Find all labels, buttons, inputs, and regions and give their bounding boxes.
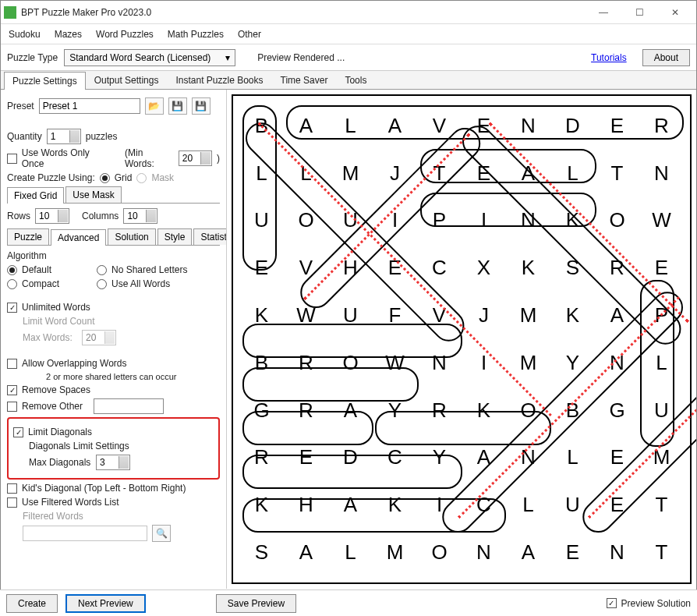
create-button[interactable]: Create	[6, 594, 58, 613]
min-words-spinner[interactable]: 20	[179, 150, 212, 166]
grid-cell: M	[506, 292, 550, 339]
open-preset-button[interactable]: 📂	[145, 97, 164, 115]
no-shared-label: No Shared Letters	[111, 264, 187, 275]
limit-diagonals-label: Limit Diagonals	[28, 427, 92, 437]
save-preview-label: Save Preview	[228, 598, 285, 609]
word-ring	[242, 455, 462, 489]
limit-diagonals-checkbox[interactable]	[13, 427, 23, 437]
tab-output-settings[interactable]: Output Settings	[86, 71, 168, 89]
preview-solution-checkbox[interactable]	[607, 598, 617, 608]
tab-tools[interactable]: Tools	[336, 71, 375, 89]
word-ring	[242, 411, 373, 445]
default-radio[interactable]	[7, 265, 17, 275]
grid-cell: N	[639, 150, 684, 197]
use-all-label: Use All Words	[111, 278, 170, 289]
save-as-preset-button[interactable]: 💾	[192, 97, 211, 115]
remove-other-checkbox[interactable]	[7, 402, 17, 412]
app-icon	[4, 6, 16, 19]
grid-cell: N	[462, 529, 506, 576]
quantity-spinner[interactable]: 1	[47, 129, 81, 144]
preview-solution-label: Preview Solution	[621, 598, 691, 609]
rows-spinner[interactable]: 10	[35, 208, 69, 224]
puzzle-type-value: Standard Word Search (Licensed)	[69, 52, 211, 63]
remove-spaces-label: Remove Spaces	[22, 384, 90, 395]
allow-overlap-checkbox[interactable]	[7, 359, 17, 369]
compact-radio[interactable]	[7, 279, 17, 289]
chevron-down-icon: ▾	[225, 52, 230, 63]
grid-cell: L	[550, 434, 595, 482]
grid-cell: S	[239, 529, 284, 576]
columns-value: 10	[127, 211, 137, 221]
tab-time-saver[interactable]: Time Saver	[272, 71, 337, 89]
subtab-solution[interactable]: Solution	[108, 228, 155, 245]
subtab-advanced[interactable]: Advanced	[51, 229, 106, 246]
main-tabs: Puzzle Settings Output Settings Instant …	[1, 71, 696, 90]
limit-word-count-label: Limit Word Count	[23, 316, 94, 327]
use-all-radio[interactable]	[97, 279, 107, 289]
no-shared-radio[interactable]	[97, 265, 107, 275]
max-words-label: Max Words:	[23, 332, 77, 343]
about-button[interactable]: About	[642, 49, 690, 66]
quantity-value: 1	[51, 131, 56, 142]
max-words-spinner: 20	[82, 330, 116, 345]
menu-sudoku[interactable]: Sudoku	[9, 29, 41, 40]
unlimited-words-checkbox[interactable]	[7, 303, 17, 313]
filtered-words-label: Filtered Words	[23, 511, 83, 522]
use-filtered-checkbox[interactable]	[7, 497, 17, 508]
mask-radio[interactable]	[136, 173, 147, 183]
browse-filtered-button[interactable]: 🔍	[152, 525, 171, 542]
menu-word-puzzles[interactable]: Word Puzzles	[96, 29, 154, 40]
menu-mazes[interactable]: Mazes	[55, 29, 82, 40]
max-diagonals-label: Max Diagonals	[29, 457, 91, 468]
default-label: Default	[22, 264, 92, 275]
preset-input[interactable]	[39, 98, 140, 114]
max-diagonals-value: 3	[100, 457, 105, 468]
tab-puzzle-settings[interactable]: Puzzle Settings	[4, 72, 86, 90]
subtab-puzzle[interactable]: Puzzle	[7, 228, 49, 245]
limit-diagonals-group: Limit Diagonals Diagonals Limit Settings…	[7, 417, 220, 480]
min-words-value: 20	[182, 153, 193, 164]
remove-spaces-checkbox[interactable]	[7, 385, 17, 395]
grid-cell: T	[639, 529, 684, 576]
menu-math-puzzles[interactable]: Math Puzzles	[168, 29, 224, 40]
rows-value: 10	[39, 211, 49, 221]
subtab-use-mask[interactable]: Use Mask	[65, 186, 121, 203]
tab-instant-books[interactable]: Instant Puzzle Books	[167, 71, 271, 89]
maximize-button[interactable]: ☐	[621, 1, 657, 24]
use-words-once-label: Use Words Only Once	[22, 147, 112, 169]
subtab-fixed-grid[interactable]: Fixed Grid	[7, 187, 64, 204]
allow-overlap-label: Allow Overlapping Words	[22, 358, 127, 369]
grid-cell: M	[373, 529, 417, 576]
save-preset-button[interactable]: 💾	[168, 97, 187, 115]
grid-cell: K	[550, 292, 595, 339]
next-preview-button[interactable]: Next Preview	[65, 594, 146, 613]
next-preview-label: Next Preview	[78, 598, 133, 609]
max-diagonals-spinner[interactable]: 3	[96, 455, 130, 470]
close-button[interactable]: ✕	[657, 1, 693, 24]
grid-cell: T	[595, 150, 639, 197]
remove-other-input[interactable]	[94, 398, 164, 414]
overlap-note: 2 or more shared letters can occur	[46, 372, 177, 381]
grid-cell: A	[506, 529, 550, 576]
subtab-style[interactable]: Style	[157, 228, 193, 245]
min-words-label: (Min Words:	[125, 147, 174, 169]
save-preview-button[interactable]: Save Preview	[216, 594, 296, 613]
use-words-once-checkbox[interactable]	[7, 154, 17, 164]
subtab-statistics[interactable]: Statistics	[193, 228, 227, 245]
remove-other-label: Remove Other	[22, 401, 83, 412]
columns-spinner[interactable]: 10	[123, 208, 157, 224]
menubar: Sudoku Mazes Word Puzzles Math Puzzles O…	[1, 24, 696, 44]
menu-other[interactable]: Other	[238, 29, 261, 40]
algorithm-label: Algorithm	[7, 250, 47, 261]
puzzle-type-dropdown[interactable]: Standard Word Search (Licensed) ▾	[64, 49, 235, 66]
window-title: BPT Puzzle Maker Pro v2023.0	[21, 7, 586, 18]
grid-cell: A	[284, 529, 328, 576]
grid-radio[interactable]	[100, 173, 110, 183]
minimize-button[interactable]: —	[586, 1, 621, 24]
tutorials-link[interactable]: Tutorials	[591, 52, 627, 63]
filtered-words-input	[23, 526, 147, 541]
create-using-label: Create Puzzle Using:	[7, 172, 95, 183]
grid-cell: O	[417, 529, 462, 576]
kids-diagonal-checkbox[interactable]	[7, 483, 17, 494]
grid-cell: N	[595, 529, 639, 576]
